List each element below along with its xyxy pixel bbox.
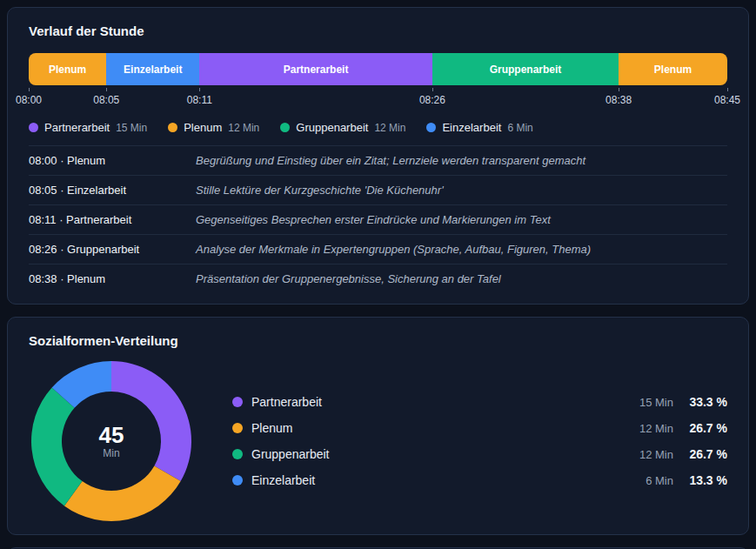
timeline-segment-label: Gruppenarbeit (490, 64, 562, 76)
phase-row: 08:00 · PlenumBegrüßung und Einstieg übe… (29, 145, 727, 175)
timeline-legend: Partnerarbeit15 MinPlenum12 MinGruppenar… (29, 121, 727, 134)
page: Verlauf der Stunde PlenumEinzelarbeitPar… (0, 0, 756, 549)
legend-minutes: 6 Min (646, 474, 673, 487)
legend-percent: 13.3 % (682, 473, 727, 487)
timeline-segment-plenum[interactable]: Plenum (29, 53, 106, 85)
phase-row-description: Begrüßung und Einstieg über ein Zitat; L… (196, 154, 585, 167)
phase-row-description: Gegenseitiges Besprechen erster Eindrück… (196, 213, 551, 226)
phase-row: 08:26 · GruppenarbeitAnalyse der Merkmal… (29, 234, 727, 264)
legend-minutes: 6 Min (507, 122, 532, 134)
legend-label: Partnerarbeit (251, 395, 322, 409)
axis-label: 08:05 (93, 94, 119, 106)
distribution-body: 45 Min Partnerarbeit15 Min33.3 %Plenum12… (29, 358, 727, 524)
legend-dot (426, 123, 436, 132)
distribution-card-title: Sozialformen-Verteilung (29, 333, 727, 348)
phase-row-description: Analyse der Merkmale in Expertengruppen … (196, 243, 591, 256)
legend-minutes: 12 Min (639, 422, 673, 435)
phase-row-time-label: 08:00 · Plenum (29, 154, 196, 167)
donut-chart: 45 Min (29, 358, 194, 524)
axis-tick (106, 88, 107, 91)
timeline-segment-gruppenarbeit[interactable]: Gruppenarbeit (432, 53, 619, 85)
donut-slice-partnerarbeit[interactable] (111, 361, 191, 481)
distribution-legend-item-gruppenarbeit[interactable]: Gruppenarbeit12 Min26.7 % (232, 441, 727, 467)
timeline-segment-einzelarbeit[interactable]: Einzelarbeit (106, 53, 199, 85)
legend-dot (232, 449, 243, 459)
axis-label: 08:11 (187, 94, 212, 106)
phase-row-description: Stille Lektüre der Kurzgeschichte 'Die K… (196, 184, 444, 197)
phase-row-time-label: 08:26 · Gruppenarbeit (29, 243, 196, 256)
timeline-segment-label: Plenum (49, 64, 86, 76)
legend-dot (29, 123, 38, 132)
timeline-bar: PlenumEinzelarbeitPartnerarbeitGruppenar… (29, 53, 727, 85)
distribution-legend: Partnerarbeit15 Min33.3 %Plenum12 Min26.… (232, 389, 727, 493)
legend-percent: 26.7 % (682, 421, 727, 435)
legend-dot (232, 423, 243, 433)
legend-minutes: 15 Min (116, 122, 147, 134)
legend-percent: 26.7 % (682, 447, 727, 461)
legend-percent: 33.3 % (682, 395, 727, 409)
legend-label: Einzelarbeit (442, 121, 501, 134)
legend-item-plenum[interactable]: Plenum12 Min (168, 121, 259, 134)
timeline-card: Verlauf der Stunde PlenumEinzelarbeitPar… (7, 7, 749, 305)
distribution-legend-item-einzelarbeit[interactable]: Einzelarbeit6 Min13.3 % (232, 467, 727, 493)
legend-label: Einzelarbeit (251, 473, 315, 487)
distribution-legend-item-partnerarbeit[interactable]: Partnerarbeit15 Min33.3 % (232, 389, 727, 415)
legend-label: Partnerarbeit (44, 121, 110, 134)
timeline-segment-plenum[interactable]: Plenum (619, 53, 727, 85)
axis-label: 08:45 (714, 94, 740, 106)
distribution-legend-item-plenum[interactable]: Plenum12 Min26.7 % (232, 415, 727, 441)
axis-label: 08:26 (419, 94, 445, 106)
timeline-segment-label: Plenum (654, 64, 692, 76)
axis-label: 08:00 (16, 94, 42, 106)
legend-minutes: 12 Min (639, 448, 673, 461)
phase-row-time-label: 08:11 · Partnerarbeit (29, 213, 196, 226)
legend-dot (232, 397, 243, 407)
donut-svg (29, 358, 194, 524)
legend-minutes: 12 Min (228, 122, 259, 134)
legend-minutes: 15 Min (639, 396, 673, 409)
legend-label: Plenum (251, 421, 292, 435)
phase-rows: 08:00 · PlenumBegrüßung und Einstieg übe… (29, 145, 727, 293)
axis-tick (29, 88, 30, 91)
phase-row: 08:11 · PartnerarbeitGegenseitiges Bespr… (29, 204, 727, 234)
legend-label: Plenum (184, 121, 222, 134)
phase-row: 08:38 · PlenumPräsentation der Gruppener… (29, 264, 727, 293)
phase-row-description: Präsentation der Gruppenergebnisse, Sich… (196, 272, 501, 285)
timeline-card-title: Verlauf der Stunde (29, 23, 727, 38)
phase-row-time-label: 08:38 · Plenum (29, 272, 196, 285)
phase-row: 08:05 · EinzelarbeitStille Lektüre der K… (29, 175, 727, 204)
legend-item-gruppenarbeit[interactable]: Gruppenarbeit12 Min (280, 121, 405, 134)
distribution-card: Sozialformen-Verteilung 45 Min Partnerar… (7, 317, 749, 535)
legend-item-partnerarbeit[interactable]: Partnerarbeit15 Min (29, 121, 147, 134)
legend-label: Gruppenarbeit (251, 447, 330, 461)
axis-tick (199, 88, 200, 91)
axis-tick (727, 88, 728, 91)
legend-dot (232, 475, 243, 485)
timeline-axis: 08:0008:0508:1108:2608:3808:45 (29, 94, 727, 108)
timeline-segment-label: Einzelarbeit (124, 64, 182, 76)
axis-tick (619, 88, 619, 91)
phase-row-time-label: 08:05 · Einzelarbeit (29, 184, 196, 197)
axis-label: 08:38 (605, 94, 632, 106)
legend-item-einzelarbeit[interactable]: Einzelarbeit6 Min (426, 121, 532, 134)
legend-dot (280, 123, 290, 132)
legend-dot (168, 123, 177, 132)
timeline-segment-partnerarbeit[interactable]: Partnerarbeit (199, 53, 432, 85)
axis-tick (432, 88, 433, 91)
timeline-segment-label: Partnerarbeit (284, 64, 349, 76)
donut-slice-plenum[interactable] (64, 466, 181, 522)
legend-minutes: 12 Min (374, 122, 405, 134)
legend-label: Gruppenarbeit (296, 121, 368, 134)
